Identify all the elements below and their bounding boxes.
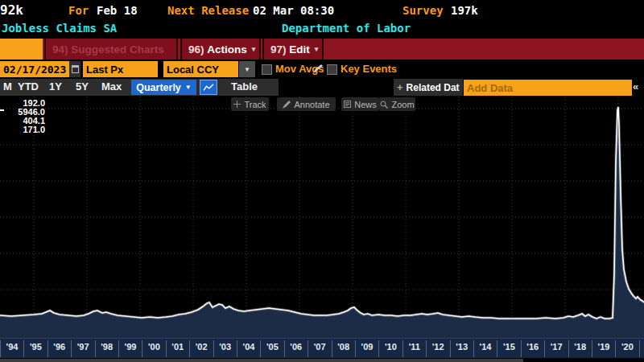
calendar-button[interactable]	[69, 61, 80, 77]
x-axis-year-label: '07	[308, 342, 331, 352]
range-tab-1y[interactable]: 1Y	[49, 80, 62, 93]
date-value: 02/17/2023	[3, 64, 66, 76]
x-axis-year-label: '20	[616, 342, 638, 352]
add-data-input[interactable]	[464, 80, 632, 96]
x-axis-year-label: '21	[640, 342, 644, 352]
footer-strip	[0, 359, 523, 362]
actions-label: Actions	[207, 43, 247, 56]
x-axis-year-label: '03	[214, 342, 237, 352]
x-axis-year-label: '94	[1, 342, 23, 352]
x-axis-year-label: '11	[403, 342, 426, 352]
related-data-button[interactable]: + Related Dat	[394, 79, 463, 96]
x-axis-year-label: '02	[190, 342, 213, 352]
period-selector-label: Quarterly	[136, 82, 181, 93]
range-tab-max[interactable]: Max	[101, 80, 122, 93]
actions-shortcut: 96)	[188, 43, 207, 56]
price-line-glow	[0, 107, 644, 319]
plus-icon: +	[397, 81, 403, 93]
x-axis-year-label: '95	[24, 342, 47, 352]
for-label: For	[68, 4, 89, 17]
x-axis-year-label: '06	[285, 342, 308, 352]
pencil-icon[interactable]	[312, 64, 324, 74]
for-date: Feb 18	[97, 4, 138, 17]
date-input[interactable]: 02/17/2023	[0, 61, 69, 77]
range-tab-ytd[interactable]: YTD	[18, 80, 39, 93]
track-label: Track	[244, 100, 266, 109]
zoom-button[interactable]: Zoom	[379, 97, 415, 111]
y-axis-marker	[0, 109, 4, 111]
period-selector[interactable]: Quarterly ▼	[131, 80, 196, 95]
x-axis-year-label: '15	[497, 342, 520, 352]
annotate-button[interactable]: Annotate	[277, 97, 336, 111]
caret-down-icon: ▾	[252, 45, 256, 53]
range-tab-m[interactable]: M	[3, 80, 12, 93]
range-tab-5y[interactable]: 5Y	[76, 80, 89, 93]
area-fill	[0, 107, 644, 338]
related-data-label: Related Dat	[407, 82, 460, 93]
suggested-charts-button[interactable]: 94) Suggested Charts	[44, 39, 178, 60]
x-axis-year-label: '97	[72, 342, 94, 352]
x-axis-year-label: '17	[545, 342, 568, 352]
mov-avgs-checkbox[interactable]	[262, 64, 272, 75]
x-axis-year-label: '13	[451, 342, 473, 352]
active-panel-tab[interactable]	[0, 39, 43, 60]
price-chart[interactable]	[0, 97, 644, 338]
annotate-icon	[283, 101, 291, 109]
x-axis-year-label: '05	[261, 342, 283, 352]
chart-type-button[interactable]	[200, 80, 217, 95]
news-button[interactable]: News	[341, 97, 379, 111]
legend-value: 171.0	[5, 125, 45, 134]
x-axis-year-label: '98	[96, 342, 118, 352]
x-axis-year-label: '01	[167, 342, 189, 352]
currency-value: Local CCY	[167, 64, 219, 76]
key-events-label: Key Events	[341, 63, 397, 75]
actions-menu-button[interactable]: 96) Actions ▾	[180, 39, 261, 60]
zoom-label: Zoom	[391, 100, 414, 109]
x-axis-year-label: '16	[522, 342, 544, 352]
header: 92k For Feb 18 Next Release 02 Mar 08:30…	[0, 0, 644, 39]
collapse-panel-icon[interactable]: «	[633, 80, 638, 93]
security-name: Jobless Claims SA	[2, 22, 117, 35]
line-chart-icon	[202, 83, 215, 93]
x-axis-year-label: '12	[427, 342, 449, 352]
news-label: News	[354, 100, 377, 109]
source-name: Department of Labor	[282, 22, 411, 35]
x-axis-year-label: '00	[142, 342, 165, 352]
x-axis-year-label: '96	[48, 342, 71, 352]
x-axis-year-label: '09	[356, 342, 378, 352]
currency-dropdown-button[interactable]: ▾	[239, 61, 255, 77]
currency-field[interactable]: Local CCY	[163, 61, 238, 77]
x-axis-year-label: '18	[569, 342, 592, 352]
annotate-label: Annotate	[294, 100, 329, 109]
menu-bar: 94) Suggested Charts 96) Actions ▾ 97) E…	[0, 39, 644, 60]
news-icon	[344, 101, 351, 108]
caret-down-icon: ▾	[246, 65, 250, 73]
bloomberg-terminal-window: 92k For Feb 18 Next Release 02 Mar 08:30…	[0, 0, 644, 362]
track-icon	[233, 101, 241, 108]
last-value: 92k	[0, 2, 23, 18]
calendar-icon	[72, 65, 79, 73]
edit-shortcut: 97)	[270, 43, 289, 56]
price-line	[0, 107, 644, 319]
tab-table[interactable]: Table	[231, 80, 258, 93]
key-events-checkbox[interactable]	[327, 64, 337, 75]
x-axis-band: '94'95'96'97'98'99'00'01'02'03'04'05'06'…	[0, 338, 644, 358]
edit-label: Edit	[289, 43, 310, 56]
price-type-field[interactable]: Last Px	[83, 61, 158, 77]
suggested-charts-label: 94) Suggested Charts	[52, 43, 164, 56]
x-axis-year-label: '04	[237, 342, 260, 352]
zoom-icon	[380, 101, 388, 109]
x-axis-year-label: '19	[592, 342, 615, 352]
next-release-label: Next Release	[167, 4, 249, 17]
next-release-value: 02 Mar 08:30	[253, 4, 334, 17]
survey-label: Survey	[402, 4, 444, 17]
edit-menu-button[interactable]: 97) Edit ▾	[262, 39, 324, 60]
caret-down-icon: ▾	[315, 45, 319, 53]
x-axis-year-label: '99	[119, 342, 142, 352]
x-axis-year-label: '08	[332, 342, 355, 352]
track-button[interactable]: Track	[231, 97, 269, 111]
survey-value: 197k	[451, 4, 478, 17]
x-axis-year-label: '10	[379, 342, 402, 352]
x-axis-year-label: '14	[474, 342, 497, 352]
range-tabs: Quarterly ▼ Table MYTD1Y5YMax	[0, 79, 279, 96]
